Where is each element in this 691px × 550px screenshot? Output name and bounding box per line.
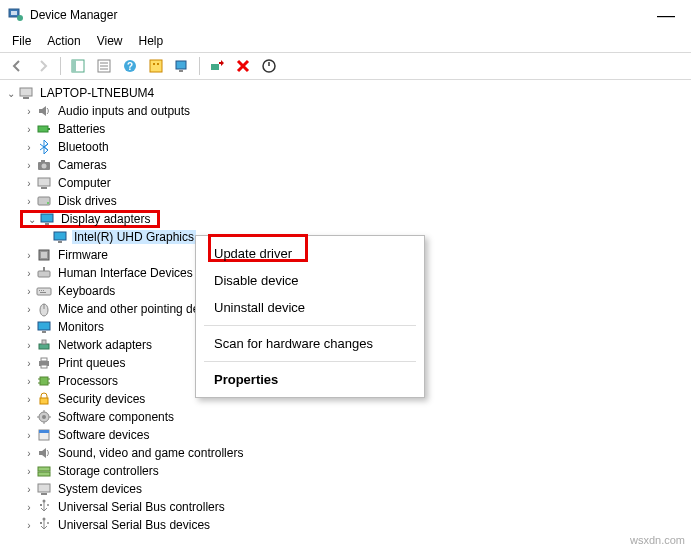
expand-icon[interactable]: › bbox=[22, 430, 36, 441]
tree-item-software-devices[interactable]: ›Software devices bbox=[4, 426, 691, 444]
show-hide-button[interactable] bbox=[67, 55, 89, 77]
expand-icon[interactable]: › bbox=[22, 286, 36, 297]
svg-rect-24 bbox=[41, 160, 45, 162]
tree-item-sound[interactable]: ›Sound, video and game controllers bbox=[4, 444, 691, 462]
properties-button[interactable] bbox=[93, 55, 115, 77]
expand-icon[interactable]: › bbox=[22, 304, 36, 315]
camera-icon bbox=[36, 157, 52, 173]
mouse-icon bbox=[36, 301, 52, 317]
expand-icon[interactable]: › bbox=[22, 322, 36, 333]
expand-icon[interactable]: › bbox=[22, 502, 36, 513]
svg-rect-47 bbox=[42, 340, 46, 344]
svg-rect-19 bbox=[23, 97, 29, 99]
forward-button[interactable] bbox=[32, 55, 54, 77]
tree-item-audio[interactable]: ›Audio inputs and outputs bbox=[4, 102, 691, 120]
expand-icon[interactable]: › bbox=[22, 142, 36, 153]
ctx-disable-device[interactable]: Disable device bbox=[196, 267, 424, 294]
update-driver-button[interactable] bbox=[206, 55, 228, 77]
bluetooth-icon bbox=[36, 139, 52, 155]
collapse-icon[interactable]: ⌄ bbox=[25, 214, 39, 225]
expand-icon[interactable]: › bbox=[22, 394, 36, 405]
svg-rect-36 bbox=[43, 267, 45, 271]
tree-item-label: Bluetooth bbox=[56, 140, 111, 154]
tree-item-software-components[interactable]: ›Software components bbox=[4, 408, 691, 426]
scan-button[interactable] bbox=[171, 55, 193, 77]
tree-item-display-adapters[interactable]: ⌄Display adapters bbox=[20, 210, 160, 228]
minimize-button[interactable]: — bbox=[649, 5, 683, 26]
cpu-icon bbox=[36, 373, 52, 389]
tree-item-label: Network adapters bbox=[56, 338, 154, 352]
tree-item-computer[interactable]: ›Computer bbox=[4, 174, 691, 192]
device-tree[interactable]: ⌄ LAPTOP-LTNEBUM4 ›Audio inputs and outp… bbox=[0, 80, 691, 538]
menu-action[interactable]: Action bbox=[41, 32, 86, 50]
tree-item-cameras[interactable]: ›Cameras bbox=[4, 156, 691, 174]
disable-button[interactable] bbox=[258, 55, 280, 77]
battery-icon bbox=[36, 121, 52, 137]
svg-rect-45 bbox=[42, 331, 46, 333]
ctx-properties[interactable]: Properties bbox=[196, 366, 424, 393]
back-button[interactable] bbox=[6, 55, 28, 77]
expand-icon[interactable]: › bbox=[22, 448, 36, 459]
svg-rect-56 bbox=[40, 398, 48, 404]
expand-icon[interactable]: › bbox=[22, 124, 36, 135]
expand-icon[interactable]: › bbox=[22, 484, 36, 495]
tree-item-label: Human Interface Devices bbox=[56, 266, 195, 280]
tree-item-usb-controllers[interactable]: ›Universal Serial Bus controllers bbox=[4, 498, 691, 516]
ctx-scan-hardware[interactable]: Scan for hardware changes bbox=[196, 330, 424, 357]
action-button[interactable] bbox=[145, 55, 167, 77]
tree-item-label: Storage controllers bbox=[56, 464, 161, 478]
svg-rect-61 bbox=[38, 467, 50, 471]
expand-icon[interactable]: › bbox=[22, 196, 36, 207]
menu-help[interactable]: Help bbox=[133, 32, 170, 50]
tree-item-disk-drives[interactable]: ›Disk drives bbox=[4, 192, 691, 210]
svg-rect-31 bbox=[54, 232, 66, 240]
expand-icon[interactable]: › bbox=[22, 340, 36, 351]
tree-item-storage[interactable]: ›Storage controllers bbox=[4, 462, 691, 480]
tree-item-batteries[interactable]: ›Batteries bbox=[4, 120, 691, 138]
uninstall-button[interactable] bbox=[232, 55, 254, 77]
svg-rect-32 bbox=[58, 241, 62, 243]
svg-point-58 bbox=[42, 415, 46, 419]
menu-file[interactable]: File bbox=[6, 32, 37, 50]
svg-text:?: ? bbox=[127, 61, 133, 72]
ctx-update-driver[interactable]: Update driver bbox=[196, 240, 424, 267]
tree-item-bluetooth[interactable]: ›Bluetooth bbox=[4, 138, 691, 156]
expand-icon[interactable]: ⌄ bbox=[4, 88, 18, 99]
tree-root[interactable]: ⌄ LAPTOP-LTNEBUM4 bbox=[4, 84, 691, 102]
tree-item-label: Sound, video and game controllers bbox=[56, 446, 245, 460]
tree-root-label: LAPTOP-LTNEBUM4 bbox=[38, 86, 156, 100]
svg-rect-39 bbox=[41, 290, 42, 291]
tree-item-usb-devices[interactable]: ›Universal Serial Bus devices bbox=[4, 516, 691, 534]
computer-icon bbox=[18, 85, 34, 101]
expand-icon[interactable]: › bbox=[22, 160, 36, 171]
expand-icon[interactable]: › bbox=[22, 250, 36, 261]
tree-item-label: Monitors bbox=[56, 320, 106, 334]
menu-view[interactable]: View bbox=[91, 32, 129, 50]
ctx-separator bbox=[204, 325, 416, 326]
svg-rect-40 bbox=[43, 290, 44, 291]
security-icon bbox=[36, 391, 52, 407]
tree-item-label: Processors bbox=[56, 374, 120, 388]
expand-icon[interactable]: › bbox=[22, 106, 36, 117]
expand-icon[interactable]: › bbox=[22, 466, 36, 477]
ctx-uninstall-device[interactable]: Uninstall device bbox=[196, 294, 424, 321]
display-icon bbox=[52, 229, 68, 245]
svg-rect-35 bbox=[38, 271, 50, 277]
expand-icon[interactable]: › bbox=[22, 412, 36, 423]
expand-icon[interactable]: › bbox=[22, 520, 36, 531]
svg-point-23 bbox=[42, 164, 47, 169]
expand-icon[interactable]: › bbox=[22, 268, 36, 279]
expand-icon[interactable]: › bbox=[22, 178, 36, 189]
svg-rect-51 bbox=[40, 377, 48, 385]
tree-item-label: Firmware bbox=[56, 248, 110, 262]
expand-icon[interactable]: › bbox=[22, 376, 36, 387]
svg-rect-46 bbox=[39, 344, 49, 349]
svg-rect-1 bbox=[11, 11, 17, 15]
svg-point-2 bbox=[17, 15, 23, 21]
tree-item-system[interactable]: ›System devices bbox=[4, 480, 691, 498]
expand-icon[interactable]: › bbox=[22, 358, 36, 369]
tree-item-label: Security devices bbox=[56, 392, 147, 406]
svg-rect-12 bbox=[153, 63, 155, 65]
help-button[interactable]: ? bbox=[119, 55, 141, 77]
keyboard-icon bbox=[36, 283, 52, 299]
